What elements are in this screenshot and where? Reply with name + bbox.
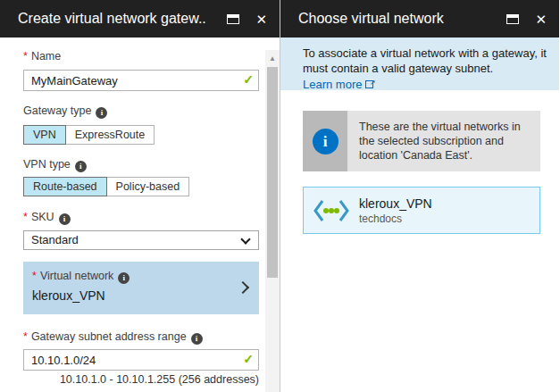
valid-check-icon: ✓: [243, 352, 254, 366]
sku-select[interactable]: Standard: [23, 230, 259, 250]
scrollbar[interactable]: ▲ ▼: [265, 50, 280, 392]
external-link-icon: ↗: [365, 80, 373, 88]
close-icon[interactable]: ✕: [255, 13, 267, 26]
virtual-network-selector[interactable]: *Virtual networki kleroux_VPN: [23, 262, 259, 314]
gateway-type-toggle: VPN ExpressRoute: [23, 125, 258, 145]
info-icon-cell: i: [303, 111, 347, 171]
required-marker: *: [23, 330, 28, 343]
subnet-field-wrap: ✓: [23, 349, 259, 371]
gateway-type-label: Gateway typei: [23, 104, 258, 118]
info-icon: i: [75, 161, 87, 172]
blade-body: *Name ✓ Gateway typei VPN ExpressRoute V…: [0, 50, 280, 392]
gateway-type-option-expressroute[interactable]: ExpressRoute: [66, 125, 155, 145]
blade-title: Choose virtual network: [298, 11, 506, 27]
notice-text: To associate a virtual network with a ga…: [303, 46, 547, 75]
valid-check-icon: ✓: [243, 72, 254, 87]
gateway-type-option-vpn[interactable]: VPN: [23, 125, 66, 145]
name-input[interactable]: [23, 70, 259, 91]
vnet-item-name: kleroux_VPN: [359, 196, 432, 211]
scroll-thumb[interactable]: [267, 67, 278, 278]
learn-more-link[interactable]: Learn more: [303, 77, 362, 92]
maximize-icon[interactable]: [506, 14, 519, 24]
info-icon: i: [191, 333, 203, 345]
info-icon: i: [118, 272, 130, 284]
blade-header: Create virtual network gatew.. ✕: [0, 0, 280, 38]
required-marker: *: [23, 50, 28, 63]
azure-portal-blades: Create virtual network gatew.. ✕ *Name ✓…: [0, 0, 560, 392]
virtual-network-icon: [313, 198, 350, 223]
create-gateway-blade: Create virtual network gatew.. ✕ *Name ✓…: [0, 0, 280, 392]
gateway-subnet-notice: To associate a virtual network with a ga…: [280, 38, 559, 90]
choose-vnet-blade: Choose virtual network ✕ To associate a …: [280, 0, 559, 392]
blade-header: Choose virtual network ✕: [280, 0, 559, 38]
virtual-network-label: *Virtual networki: [32, 270, 250, 283]
subscription-info-box: i These are the virtual networks in the …: [303, 111, 540, 171]
vnet-item-subtitle: techdocs: [359, 213, 432, 225]
sku-label: *SKUi: [23, 211, 258, 224]
info-icon: i: [313, 129, 339, 154]
vpn-type-option-policy-based[interactable]: Policy-based: [107, 177, 190, 196]
info-icon: i: [96, 107, 107, 119]
required-marker: *: [32, 270, 37, 282]
scroll-down-button[interactable]: ▼: [265, 388, 280, 392]
sku-selected-value: Standard: [31, 233, 79, 246]
info-icon: i: [59, 213, 71, 225]
virtual-network-value: kleroux_VPN: [32, 288, 250, 303]
name-field-wrap: ✓: [23, 70, 259, 91]
name-label: *Name: [23, 50, 258, 63]
required-marker: *: [23, 211, 28, 223]
vpn-type-toggle: Route-based Policy-based: [23, 177, 258, 196]
close-icon[interactable]: ✕: [535, 13, 547, 26]
subnet-label: *Gateway subnet address rangei: [23, 330, 258, 344]
subnet-input[interactable]: [23, 349, 259, 371]
vpn-type-option-route-based[interactable]: Route-based: [23, 177, 107, 196]
maximize-icon[interactable]: [227, 14, 239, 24]
info-text: These are the virtual networks in the se…: [347, 111, 540, 171]
chevron-down-icon: [240, 234, 250, 244]
subnet-range-helper: 10.10.1.0 - 10.10.1.255 (256 addresses): [23, 373, 259, 386]
scroll-up-button[interactable]: ▲: [265, 52, 280, 66]
blade-title: Create virtual network gatew..: [18, 11, 227, 27]
vnet-list-item[interactable]: kleroux_VPN techdocs: [303, 187, 540, 234]
vpn-type-label: VPN typei: [23, 158, 258, 171]
